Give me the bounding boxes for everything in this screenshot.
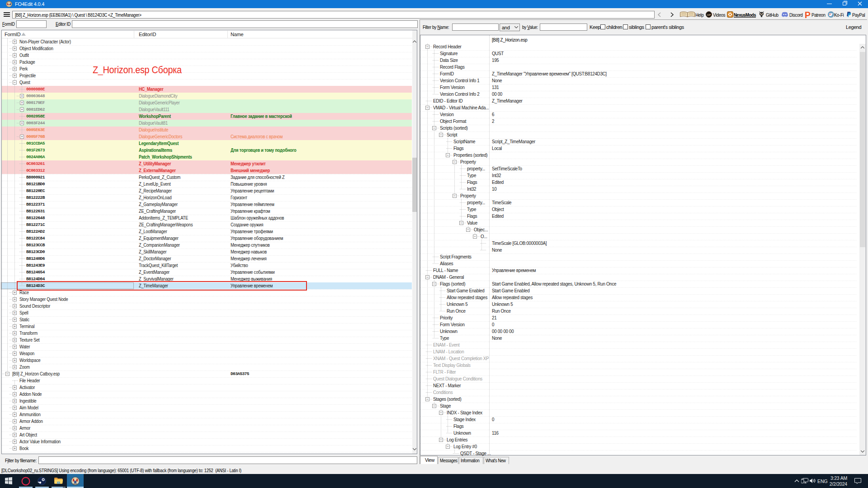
svg-text:GP: GP	[707, 14, 711, 16]
